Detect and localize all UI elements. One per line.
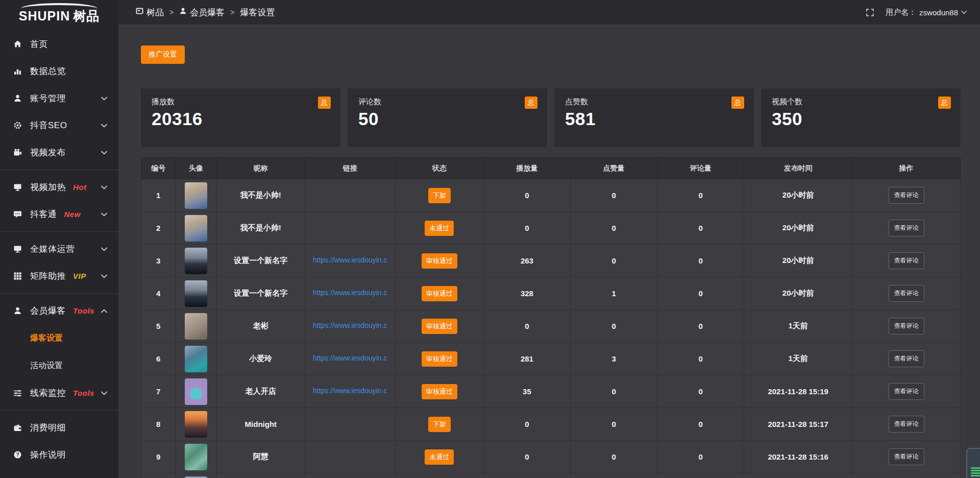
username-label: 用户名： — [886, 8, 916, 17]
table-row: 6小爱玲https://www.iesdouyin.c审核通过281301天前查… — [141, 343, 961, 375]
sidebar-item-video-heat[interactable]: 视频加热Hot — [0, 174, 118, 201]
breadcrumb-item[interactable]: 爆客设置 — [240, 7, 275, 18]
cell-nickname — [216, 473, 305, 478]
status-badge: 下架 — [428, 417, 451, 432]
view-comments-button[interactable]: 查看评论 — [889, 187, 924, 204]
breadcrumb-item[interactable]: 树品 — [136, 7, 164, 18]
table-column-header: 评论量 — [657, 158, 744, 179]
video-link[interactable]: https://www.iesdouyin.c — [313, 289, 387, 297]
stat-card-total-badge: 总 — [525, 97, 537, 109]
cell-id: 5 — [141, 310, 176, 343]
fullscreen-icon[interactable] — [866, 8, 874, 17]
video-link[interactable]: https://www.iesdouyin.c — [313, 256, 387, 264]
sidebar-item-data-overview[interactable]: 数据总览 — [0, 58, 118, 85]
avatar — [185, 476, 207, 478]
cell-action — [852, 473, 961, 478]
sidebar-subitem-baoke-settings[interactable]: 爆客设置 — [0, 324, 118, 352]
sidebar-menu: 首页数据总览账号管理抖音SEO视频发布视频加热Hot抖客通New全媒体运营矩阵助… — [0, 26, 118, 468]
sidebar-item-video-publish[interactable]: 视频发布 — [0, 139, 118, 166]
sidebar-item-home[interactable]: 首页 — [0, 31, 118, 58]
promo-settings-button[interactable]: 推广设置 — [141, 45, 185, 64]
table-row: 2我不是小帅!未通过00020小时前查看评论 — [141, 212, 961, 245]
view-comments-button[interactable]: 查看评论 — [889, 220, 924, 236]
chevron-down-icon — [101, 124, 107, 128]
sidebar-item-all-media[interactable]: 全媒体运营 — [0, 235, 118, 262]
status-badge: 审核通过 — [422, 351, 457, 367]
sidebar-item-consume-detail[interactable]: 消费明细 — [0, 414, 118, 441]
cell-status: 未通过 — [395, 441, 483, 473]
logo-box: SHUPIN树品 — [19, 3, 100, 25]
cell-action: 查看评论 — [852, 179, 961, 212]
cell-avatar — [176, 277, 216, 310]
floating-widget[interactable] — [966, 448, 980, 478]
cell-id: 8 — [141, 408, 176, 441]
cell-action: 查看评论 — [852, 245, 961, 277]
logo-text: SHUPIN树品 — [19, 8, 100, 25]
cell-comments: 0 — [657, 212, 744, 245]
cell-status: 审核通过 — [395, 343, 483, 375]
sidebar-item-member-baoke[interactable]: 会员爆客Tools — [0, 297, 118, 324]
view-comments-button[interactable]: 查看评论 — [889, 252, 924, 269]
table-header-row: 编号头像昵称链接状态播放量点赞量评论量发布时间操作 — [141, 158, 961, 179]
user-icon — [12, 94, 22, 103]
chevron-down-icon — [101, 274, 107, 278]
sidebar-item-label: 视频加热 — [30, 181, 66, 193]
cell-plays: 328 — [483, 277, 570, 310]
cell-likes: 0 — [570, 408, 657, 441]
sidebar-item-operation-guide[interactable]: ?操作说明 — [0, 441, 118, 468]
view-comments-button[interactable]: 查看评论 — [889, 448, 924, 465]
breadcrumb-label: 树品 — [146, 7, 164, 18]
cell-id: 1 — [141, 179, 176, 212]
cell-nickname: 我不是小帅! — [216, 179, 305, 212]
cell-plays: 0 — [483, 408, 570, 441]
sidebar-item-douyin-seo[interactable]: 抖音SEO — [0, 112, 118, 139]
sidebar-subitem-label: 爆客设置 — [30, 333, 63, 344]
cell-link — [305, 408, 395, 441]
cell-link: https://www.iesdouyin.c — [305, 310, 395, 343]
view-comments-button[interactable]: 查看评论 — [889, 350, 924, 367]
stat-card: 评论数50总 — [348, 88, 547, 147]
sidebar-item-douketong[interactable]: 抖客通New — [0, 201, 118, 228]
stat-card-value: 581 — [565, 109, 743, 129]
grid-icon — [12, 272, 22, 281]
cell-id: 9 — [141, 441, 176, 473]
sidebar-item-clue-monitor[interactable]: 线索监控Tools — [0, 379, 118, 407]
cell-id: 7 — [141, 375, 176, 408]
cell-plays: 0 — [483, 310, 570, 343]
cell-action: 查看评论 — [852, 408, 961, 441]
cell-id: 3 — [141, 245, 176, 277]
cell-comments: 0 — [657, 245, 744, 277]
video-link[interactable]: https://www.iesdouyin.c — [313, 321, 387, 329]
view-comments-button[interactable]: 查看评论 — [889, 383, 924, 400]
cell-likes: 0 — [570, 441, 657, 473]
cell-status: 审核通过 — [395, 277, 483, 310]
cell-plays: 35 — [483, 375, 570, 408]
cell-comments: 0 — [657, 441, 744, 473]
status-badge: 审核通过 — [422, 319, 457, 334]
stat-card-label: 评论数 — [358, 97, 536, 107]
app-logo[interactable]: SHUPIN树品 — [0, 0, 118, 26]
view-comments-button[interactable]: 查看评论 — [889, 285, 924, 302]
sidebar-subitem-activity-settings[interactable]: 活动设置 — [0, 352, 118, 379]
cell-avatar — [176, 473, 216, 478]
avatar — [185, 248, 207, 274]
breadcrumb-separator: > — [169, 8, 174, 16]
cell-status: 审核通过 — [395, 310, 483, 343]
video-link[interactable]: https://www.iesdouyin.c — [313, 387, 387, 395]
user-menu[interactable]: 用户名：zswodun88 — [886, 8, 967, 17]
sidebar-divider — [0, 293, 118, 294]
cell-status: 审核通过 — [395, 245, 483, 277]
cell-nickname: 我不是小帅! — [216, 212, 305, 245]
sidebar-item-label: 消费明细 — [30, 422, 66, 434]
view-comments-button[interactable]: 查看评论 — [889, 416, 924, 433]
logo-text-cn: 树品 — [73, 9, 100, 23]
cell-likes: 0 — [570, 375, 657, 408]
cell-likes: 0 — [570, 310, 657, 343]
chevron-down-icon — [961, 10, 967, 14]
sidebar-item-matrix-boost[interactable]: 矩阵助推VIP — [0, 262, 118, 290]
sidebar-item-account-manage[interactable]: 账号管理 — [0, 85, 118, 112]
video-link[interactable]: https://www.iesdouyin.c — [313, 354, 387, 362]
breadcrumb-item[interactable]: 会员爆客 — [179, 7, 225, 18]
stat-card-label: 视频个数 — [772, 97, 950, 107]
view-comments-button[interactable]: 查看评论 — [889, 318, 924, 334]
